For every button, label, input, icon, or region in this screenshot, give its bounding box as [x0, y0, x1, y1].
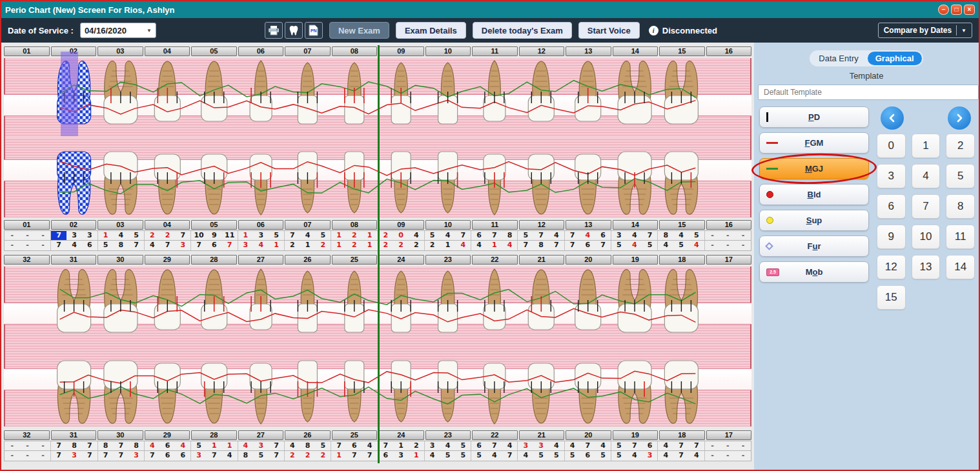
- upper-buccal-pd-value[interactable]: 5: [269, 231, 284, 240]
- tooth-number-lt-24[interactable]: 24: [378, 430, 424, 440]
- tooth-number-ut-09[interactable]: 09: [378, 220, 424, 230]
- upper-buccal-pd-value[interactable]: 7: [175, 231, 190, 240]
- tooth-number-l-28[interactable]: 28: [191, 255, 237, 265]
- tooth-20[interactable]: [575, 363, 601, 423]
- tooth-number-lt-28[interactable]: 28: [191, 430, 237, 440]
- upper-lingual-pd-value[interactable]: -: [36, 241, 51, 250]
- upper-lingual-pd-value[interactable]: 7: [128, 241, 144, 250]
- lower-lingual-pd-value[interactable]: 5: [595, 451, 611, 461]
- lower-buccal-pd-value[interactable]: 8: [300, 441, 316, 450]
- lower-buccal-pd-value[interactable]: 7: [580, 441, 596, 450]
- upper-lingual-pd-value[interactable]: -: [720, 241, 735, 250]
- lower-lingual-pd-value[interactable]: 5: [471, 451, 487, 461]
- upper-lingual-pd-value[interactable]: 6: [82, 241, 97, 250]
- tooth-number-ut-13[interactable]: 13: [566, 220, 611, 230]
- lower-lingual-pd-value[interactable]: 3: [393, 451, 409, 461]
- lower-buccal-pd-value[interactable]: 5: [455, 441, 471, 450]
- lower-buccal-pd-value[interactable]: 6: [160, 441, 176, 450]
- upper-buccal-pd-value[interactable]: 4: [409, 231, 424, 240]
- tooth-chart-button[interactable]: [285, 22, 303, 39]
- upper-lingual-pd-value[interactable]: 2: [315, 241, 331, 250]
- tooth-number-ut-14[interactable]: 14: [613, 220, 658, 230]
- lower-lingual-pd-value[interactable]: 7: [673, 451, 689, 461]
- lower-lingual-pd-value[interactable]: 7: [502, 451, 518, 461]
- next-button[interactable]: [948, 106, 971, 130]
- lower-lingual-pd-value[interactable]: 5: [440, 451, 456, 461]
- lower-lingual-pd-value[interactable]: 3: [66, 451, 82, 461]
- tooth-number-l-29[interactable]: 29: [145, 255, 190, 265]
- upper-buccal-pd-value[interactable]: 2: [145, 231, 160, 240]
- tooth-number-ut-15[interactable]: 15: [659, 220, 705, 230]
- tooth-13[interactable]: [575, 154, 601, 214]
- upper-lingual-pd-value[interactable]: 1: [269, 241, 284, 250]
- tooth-number-l-20[interactable]: 20: [566, 255, 611, 265]
- tooth-22[interactable]: [484, 363, 505, 424]
- lower-buccal-pd-value[interactable]: 1: [222, 441, 238, 450]
- lower-lingual-pd-value[interactable]: 6: [175, 451, 190, 461]
- tool-fur-button[interactable]: Fur: [759, 235, 869, 257]
- compare-by-dates-button[interactable]: Compare by Dates ▼: [878, 23, 972, 38]
- upper-buccal-pd-value[interactable]: 3: [611, 231, 627, 240]
- lower-buccal-pd-value[interactable]: 6: [642, 441, 658, 450]
- keypad-key-8[interactable]: 8: [946, 194, 975, 219]
- upper-lingual-pd-value[interactable]: 2: [425, 241, 440, 250]
- upper-lingual-pd-value[interactable]: 4: [455, 241, 471, 250]
- lower-buccal-pd-value[interactable]: -: [20, 441, 36, 450]
- upper-buccal-pd-value[interactable]: 7: [487, 231, 502, 240]
- upper-buccal-pd-value[interactable]: -: [36, 231, 51, 240]
- lower-buccal-pd-value[interactable]: 7: [51, 441, 66, 450]
- tooth-number-u-14[interactable]: 14: [613, 46, 658, 56]
- lower-buccal-pd-value[interactable]: 7: [331, 441, 347, 450]
- keypad-key-5[interactable]: 5: [946, 164, 975, 188]
- upper-buccal-pd-value[interactable]: 9: [207, 231, 222, 240]
- tooth-number-l-27[interactable]: 27: [238, 255, 284, 265]
- lower-lingual-pd-value[interactable]: 4: [689, 451, 704, 461]
- tooth-number-lt-20[interactable]: 20: [566, 430, 611, 440]
- upper-lingual-pd-value[interactable]: 1: [300, 241, 316, 250]
- tooth-number-l-32[interactable]: 32: [4, 255, 50, 265]
- upper-buccal-pd-value[interactable]: 5: [425, 231, 440, 240]
- tooth-05[interactable]: [201, 61, 227, 121]
- tooth-number-ut-08[interactable]: 08: [332, 220, 378, 230]
- tooth-number-u-06[interactable]: 06: [238, 46, 284, 56]
- new-exam-button[interactable]: New Exam: [329, 22, 389, 39]
- upper-buccal-pd-value[interactable]: 3: [66, 231, 82, 240]
- upper-buccal-pd-value[interactable]: 7: [642, 231, 658, 240]
- tooth-number-lt-21[interactable]: 21: [519, 430, 565, 440]
- upper-lingual-pd-value[interactable]: 4: [471, 241, 487, 250]
- tooth-number-ut-03[interactable]: 03: [97, 220, 143, 230]
- tooth-number-l-24[interactable]: 24: [378, 255, 424, 265]
- tooth-number-l-31[interactable]: 31: [51, 255, 97, 265]
- upper-lingual-pd-value[interactable]: 2: [285, 241, 300, 250]
- lower-buccal-pd-value[interactable]: 4: [658, 441, 673, 450]
- tooth-number-lt-22[interactable]: 22: [472, 430, 518, 440]
- lower-buccal-pd-value[interactable]: 7: [673, 441, 689, 450]
- upper-buccal-pd-value[interactable]: 2: [347, 231, 362, 240]
- upper-lingual-pd-value[interactable]: 2: [393, 241, 409, 250]
- upper-buccal-pd-value[interactable]: 2: [160, 231, 176, 240]
- lower-buccal-pd-value[interactable]: 4: [565, 441, 580, 450]
- lower-buccal-pd-value[interactable]: 1: [207, 441, 222, 450]
- lower-lingual-pd-value[interactable]: 7: [113, 451, 128, 461]
- tooth-number-lt-31[interactable]: 31: [51, 430, 97, 440]
- lower-lingual-pd-value[interactable]: 4: [425, 451, 440, 461]
- upper-lingual-pd-value[interactable]: 5: [98, 241, 114, 250]
- date-of-service-select[interactable]: 04/16/2020 ▼: [80, 23, 156, 38]
- tooth-number-lt-27[interactable]: 27: [238, 430, 284, 440]
- lower-buccal-pd-value[interactable]: 3: [533, 441, 549, 450]
- upper-lingual-pd-value[interactable]: -: [735, 241, 751, 250]
- upper-lingual-pd-value[interactable]: 8: [533, 241, 549, 250]
- tool-mgj-button[interactable]: MGJ: [759, 158, 869, 179]
- lower-lingual-pd-value[interactable]: 2: [300, 451, 316, 461]
- lower-buccal-pd-value[interactable]: 7: [378, 441, 394, 450]
- tooth-29[interactable]: [154, 363, 180, 423]
- upper-buccal-pd-value[interactable]: 1: [331, 231, 347, 240]
- lower-buccal-pd-value[interactable]: -: [735, 441, 751, 450]
- tooth-number-u-04[interactable]: 04: [145, 46, 190, 56]
- tooth-number-l-19[interactable]: 19: [613, 255, 658, 265]
- tooth-number-u-10[interactable]: 10: [425, 46, 471, 56]
- lower-buccal-pd-value[interactable]: 5: [611, 441, 627, 450]
- keypad-key-11[interactable]: 11: [946, 225, 975, 249]
- tooth-27[interactable]: [250, 363, 272, 424]
- upper-lingual-pd-value[interactable]: 4: [689, 241, 704, 250]
